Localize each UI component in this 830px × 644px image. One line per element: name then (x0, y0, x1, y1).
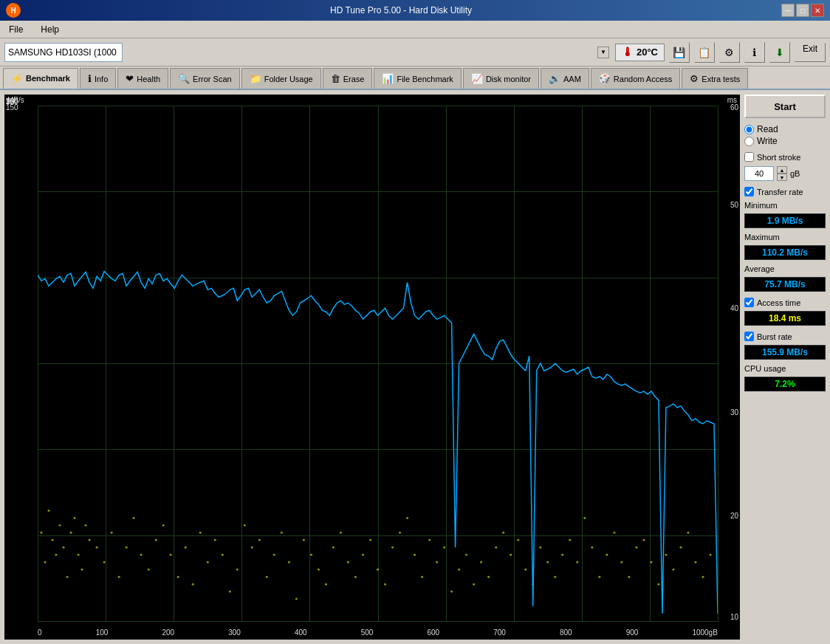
disk-dropdown-arrow[interactable]: ▼ (597, 47, 609, 58)
toolbar-btn-5[interactable]: ⬇ (769, 42, 790, 63)
svg-point-86 (628, 576, 630, 578)
tab-file-benchmark[interactable]: 📊File Benchmark (374, 68, 461, 89)
svg-point-13 (89, 539, 91, 541)
svg-point-10 (78, 554, 80, 556)
minimum-label: Minimum (744, 201, 826, 210)
disk-selector-wrapper: ▼ (4, 43, 611, 62)
y-label-25: 25 (6, 97, 14, 106)
transfer-rate-checkbox[interactable] (744, 187, 754, 196)
svg-point-5 (59, 524, 61, 527)
menu-help[interactable]: Help (35, 23, 65, 36)
read-radio[interactable] (744, 125, 754, 134)
access-time-text: Access time (757, 298, 800, 307)
svg-point-57 (414, 554, 416, 556)
tab-icon-benchmark: ⚡ (11, 73, 23, 84)
tab-folder-usage[interactable]: 📁Folder Usage (241, 68, 321, 89)
tab-benchmark[interactable]: ⚡Benchmark (3, 68, 78, 89)
tab-disk-monitor[interactable]: 📈Disk monitor (463, 68, 539, 89)
start-button[interactable]: Start (744, 95, 826, 118)
svg-point-11 (81, 569, 83, 571)
tab-label-erase: Erase (343, 75, 365, 83)
x-label-700: 700 (493, 628, 506, 637)
svg-point-65 (473, 583, 475, 586)
burst-rate-checkbox-label[interactable]: Burst rate (744, 332, 826, 341)
svg-point-34 (244, 524, 246, 527)
title-bar: H HD Tune Pro 5.00 - Hard Disk Utility ─… (0, 0, 830, 21)
tab-error-scan[interactable]: 🔍Error Scan (170, 68, 240, 89)
svg-point-23 (162, 524, 165, 527)
svg-point-87 (635, 547, 637, 549)
tab-info[interactable]: ℹInfo (80, 68, 116, 89)
y-label-ms-30: 30 (730, 408, 738, 417)
svg-point-52 (377, 569, 379, 571)
svg-point-94 (687, 532, 689, 534)
svg-point-93 (679, 547, 682, 549)
svg-point-89 (650, 561, 652, 564)
spinbox-down[interactable]: ▼ (777, 174, 787, 181)
temperature-value: 20°C (637, 47, 658, 58)
close-button[interactable]: ✕ (811, 4, 824, 17)
y-label-ms-20: 20 (730, 512, 738, 520)
tab-health[interactable]: ❤Health (117, 68, 168, 89)
short-stroke-checkbox-label[interactable]: Short stroke (744, 152, 826, 162)
access-time-checkbox-label[interactable]: Access time (744, 298, 826, 307)
short-stroke-spinbox[interactable] (744, 166, 774, 181)
svg-point-30 (214, 539, 216, 541)
svg-point-46 (332, 547, 335, 549)
y-label-ms-50: 50 (730, 201, 738, 209)
tab-icon-aam: 🔊 (549, 73, 560, 84)
disk-selector[interactable] (4, 43, 123, 62)
top-bar: ▼ 🌡 20°C 💾 📋 ⚙ ℹ ⬇ Exit (0, 38, 830, 66)
tab-icon-disk-monitor: 📈 (471, 73, 483, 84)
short-stroke-checkbox[interactable] (744, 152, 754, 162)
tab-erase[interactable]: 🗑Erase (323, 68, 373, 89)
toolbar-btn-1[interactable]: 💾 (669, 42, 690, 63)
svg-point-79 (576, 561, 578, 564)
maximize-button[interactable]: □ (796, 4, 809, 17)
minimize-button[interactable]: ─ (781, 4, 795, 17)
tab-icon-folder-usage: 📁 (250, 73, 261, 84)
svg-point-53 (384, 583, 386, 586)
svg-point-81 (591, 547, 593, 549)
toolbar-btn-3[interactable]: ⚙ (719, 42, 740, 63)
tab-random-access[interactable]: 🎲Random Access (591, 68, 680, 89)
spinbox-up[interactable]: ▲ (777, 166, 787, 174)
minimum-value: 1.9 MB/s (744, 213, 826, 228)
average-label: Average (744, 264, 826, 273)
svg-point-78 (569, 539, 571, 541)
tab-aam[interactable]: 🔊AAM (541, 68, 589, 89)
svg-point-28 (199, 532, 202, 534)
svg-point-47 (340, 532, 342, 534)
exit-button[interactable]: Exit (795, 43, 826, 62)
svg-point-25 (177, 576, 179, 578)
tab-icon-random-access: 🎲 (599, 73, 611, 84)
toolbar-btn-4[interactable]: ℹ (744, 42, 765, 63)
read-radio-label[interactable]: Read (744, 124, 826, 134)
tab-label-folder-usage: Folder Usage (264, 75, 313, 83)
svg-point-96 (702, 576, 704, 578)
menu-file[interactable]: File (3, 23, 29, 36)
svg-point-44 (318, 569, 320, 571)
write-radio[interactable] (744, 137, 754, 146)
burst-rate-checkbox[interactable] (744, 332, 754, 341)
svg-point-97 (709, 554, 711, 556)
toolbar-btn-2[interactable]: 📋 (694, 42, 715, 63)
tabs-bar: ⚡BenchmarkℹInfo❤Health🔍Error Scan📁Folder… (0, 66, 830, 90)
svg-point-62 (450, 591, 453, 593)
x-label-100: 100 (96, 628, 109, 637)
x-label-300: 300 (228, 628, 241, 637)
access-time-checkbox[interactable] (744, 298, 754, 307)
short-stroke-row: ▲ ▼ gB (744, 166, 826, 181)
write-radio-label[interactable]: Write (744, 136, 826, 146)
svg-point-66 (480, 561, 482, 564)
tab-label-file-benchmark: File Benchmark (397, 75, 453, 83)
sidebar: Start Read Write Short stroke ▲ ▼ gB (744, 95, 826, 640)
x-axis: 0 100 200 300 400 500 600 700 800 900 10… (38, 628, 718, 637)
tab-extra-tests[interactable]: ⚙Extra tests (682, 68, 748, 89)
x-label-400: 400 (295, 628, 307, 637)
tab-label-health: Health (137, 75, 160, 83)
svg-point-72 (524, 569, 527, 571)
svg-point-60 (436, 561, 438, 564)
transfer-rate-checkbox-label[interactable]: Transfer rate (744, 187, 826, 196)
tab-label-random-access: Random Access (614, 75, 672, 83)
